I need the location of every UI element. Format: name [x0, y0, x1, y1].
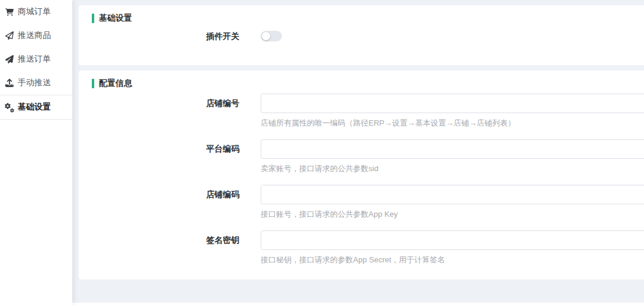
paper-plane-outline-icon [5, 31, 14, 40]
content-background: 基础设置 插件开关 配置信息 店铺编号 店铺所有属 [72, 0, 644, 303]
form-row-platform-code: 平台编码 卖家账号，接口请求的公共参数sid [79, 139, 644, 174]
shopping-cart-icon [5, 8, 14, 17]
sidebar-item-manual-push[interactable]: 手动推送 [0, 71, 72, 95]
sidebar-item-mall-orders[interactable]: 商城订单 [0, 0, 72, 24]
field-helper-text: 店铺所有属性的唯一编码（路径ERP→设置→基本设置→店铺→店铺列表） [261, 118, 644, 128]
plugin-switch-label: 插件开关 [79, 31, 261, 41]
paper-plane-icon [5, 55, 14, 64]
main-content: 基础设置 插件开关 配置信息 店铺编号 店铺所有属 [72, 0, 644, 305]
basic-settings-card: 基础设置 插件开关 [79, 5, 644, 65]
field-label: 店铺编码 [79, 185, 261, 219]
field-helper-text: 接口账号，接口请求的公共参数App Key [261, 209, 644, 219]
field-label: 平台编码 [79, 139, 261, 174]
sidebar-item-label: 推送商品 [18, 30, 51, 41]
sidebar-item-basic-settings[interactable]: 基础设置 [0, 95, 72, 120]
sidebar-item-push-orders[interactable]: 推送订单 [0, 47, 72, 71]
form-row-shop-number: 店铺编号 店铺所有属性的唯一编码（路径ERP→设置→基本设置→店铺→店铺列表） [79, 94, 644, 128]
form-row-shop-code: 店铺编码 接口账号，接口请求的公共参数App Key [79, 185, 644, 219]
platform-code-input[interactable] [261, 139, 644, 159]
field-helper-text: 卖家账号，接口请求的公共参数sid [261, 163, 644, 174]
form-row-sign-secret: 签名密钥 接口秘钥，接口请求的参数App Secret，用于计算签名 [79, 230, 644, 265]
field-helper-text: 接口秘钥，接口请求的参数App Secret，用于计算签名 [261, 255, 644, 265]
sidebar-item-label: 手动推送 [18, 78, 51, 88]
sidebar-item-label: 基础设置 [18, 102, 51, 113]
upload-icon [5, 79, 14, 88]
sidebar: 商城订单 推送商品 推送订单 手动推送 基础设置 [0, 0, 72, 305]
basic-settings-section-header: 基础设置 [92, 14, 644, 23]
gears-icon [5, 103, 14, 112]
section-accent-bar [92, 14, 94, 23]
sign-secret-input[interactable] [261, 230, 644, 250]
config-info-section-header: 配置信息 [92, 79, 644, 88]
sidebar-item-label: 推送订单 [18, 54, 51, 65]
shop-number-input[interactable] [261, 94, 644, 113]
section-accent-bar [92, 79, 94, 88]
plugin-switch[interactable] [261, 31, 282, 41]
config-info-card: 配置信息 店铺编号 店铺所有属性的唯一编码（路径ERP→设置→基本设置→店铺→店… [79, 70, 644, 280]
section-title: 配置信息 [99, 78, 132, 89]
sidebar-item-push-products[interactable]: 推送商品 [0, 24, 72, 47]
plugin-switch-row: 插件开关 [79, 31, 644, 41]
sidebar-item-label: 商城订单 [18, 7, 51, 17]
shop-code-input[interactable] [261, 185, 644, 204]
field-label: 签名密钥 [79, 230, 261, 265]
field-label: 店铺编号 [79, 94, 261, 128]
section-title: 基础设置 [99, 13, 132, 24]
switch-knob [262, 32, 270, 40]
